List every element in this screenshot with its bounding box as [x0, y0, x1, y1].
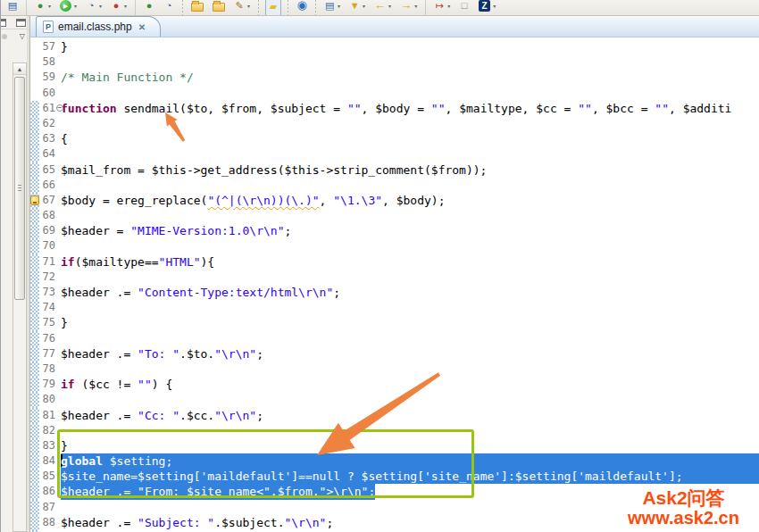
- warning-marker-icon[interactable]: [30, 195, 39, 205]
- line-number: 61: [39, 101, 55, 116]
- dropdown-caret-icon[interactable]: ▾: [99, 3, 102, 9]
- code-line-83[interactable]: 83}: [30, 438, 759, 453]
- code-line-68[interactable]: 68: [30, 208, 759, 223]
- dropdown-caret-icon[interactable]: ▾: [493, 3, 496, 9]
- annotation-ruler-cell: [30, 423, 39, 438]
- dropdown-caret-icon[interactable]: ▾: [447, 3, 450, 9]
- dropdown-caret-icon[interactable]: ▾: [74, 3, 77, 9]
- line-number: 57: [39, 39, 55, 54]
- run-history-button[interactable]: ◔▾: [84, 0, 104, 15]
- code-line-67[interactable]: 67$body = ereg_replace("(^|(\r\n))(\.)",…: [30, 193, 759, 208]
- line-number: 69: [39, 223, 55, 238]
- close-icon[interactable]: ✕: [138, 22, 146, 32]
- tab-email-class-php[interactable]: P email.class.php ✕: [36, 16, 161, 37]
- line-number: 83: [39, 438, 55, 453]
- code-line-75[interactable]: 75}: [30, 315, 759, 330]
- code-line-81[interactable]: 81$header .= "Cc: ".$cc."\r\n";: [30, 408, 759, 423]
- dropdown-caret-icon[interactable]: ▾: [414, 3, 417, 9]
- code-line-58[interactable]: 58: [30, 54, 759, 70]
- code-line-72[interactable]: 72: [30, 270, 759, 285]
- line-number: 82: [39, 423, 55, 438]
- code-line-57[interactable]: 57}: [30, 39, 759, 54]
- new-file-button[interactable]: □: [457, 0, 471, 15]
- code-line-70[interactable]: 70: [30, 238, 759, 254]
- code-line-65[interactable]: 65$mail_from = $this->get_address($this-…: [30, 162, 759, 178]
- external-tools-button[interactable]: ●: [142, 0, 156, 15]
- dropdown-caret-icon[interactable]: ▾: [124, 3, 127, 9]
- forward-button[interactable]: →▾: [398, 0, 419, 15]
- web-browser-button[interactable]: ◉: [295, 0, 309, 15]
- code-line-71[interactable]: 71if($mailtype=="HTML"){: [30, 254, 759, 270]
- dropdown-caret-icon[interactable]: ▾: [48, 3, 51, 9]
- code-line-64[interactable]: 64: [30, 146, 759, 162]
- filter-button[interactable]: ▼▾: [347, 0, 367, 15]
- restore-icon[interactable]: [0, 19, 6, 27]
- toolbar-separator: [182, 0, 183, 16]
- back-button[interactable]: ←▾: [372, 0, 393, 15]
- debug-icon: ●: [35, 0, 46, 12]
- annotation-ruler-cell: [30, 346, 39, 362]
- code-line-74[interactable]: 74: [30, 300, 759, 315]
- filter-icon: ▼: [349, 0, 360, 12]
- tab-title: email.class.php: [58, 21, 132, 33]
- scrollbar-thumb[interactable]: [14, 77, 25, 300]
- code-line-73[interactable]: 73$header .= "Content-Type:text/html\r\n…: [30, 285, 759, 300]
- code-line-78[interactable]: 78: [30, 362, 759, 377]
- line-number: 87: [39, 500, 55, 515]
- code-line-61[interactable]: 61−function sendmail($to, $from, $subjec…: [30, 101, 759, 116]
- view-menu-icon[interactable]: ▽: [20, 33, 25, 40]
- line-number: 63: [39, 131, 55, 146]
- code-text: if ($cc != "") {: [61, 377, 172, 392]
- ide-window: ▤●▾▶▾◔▾●▾●◔✎▾▰◉▤▾▼▾←▾→▾↦▾□Z▾ ▽ ▲ P: [0, 0, 759, 532]
- code-line-60[interactable]: 60: [30, 86, 759, 101]
- code-line-69[interactable]: 69$header = "MIME-Version:1.0\r\n";: [30, 223, 759, 238]
- annotate-button[interactable]: ✎▾: [232, 0, 252, 15]
- dropdown-caret-icon[interactable]: ▾: [247, 3, 250, 9]
- code-text: }: [61, 315, 68, 330]
- fold-ruler-cell: [55, 392, 61, 407]
- scroll-up-icon[interactable]: ▲: [13, 63, 26, 75]
- code-line-82[interactable]: 82: [30, 423, 759, 438]
- vertical-scrollbar[interactable]: ▲: [13, 62, 27, 532]
- line-number: 70: [39, 238, 55, 254]
- dropdown-caret-icon[interactable]: ▾: [338, 3, 340, 9]
- dropdown-caret-icon[interactable]: ▾: [388, 3, 391, 9]
- highlighter-button[interactable]: ▰: [265, 0, 281, 16]
- annotation-ruler-cell: [30, 208, 39, 223]
- fold-ruler-cell: [55, 285, 61, 300]
- code-line-62[interactable]: 62: [30, 116, 759, 131]
- last-edit-location-icon: ↦: [434, 0, 445, 12]
- code-text: $body = ereg_replace("(^|(\r\n))(\.)", "…: [61, 193, 446, 208]
- code-line-85[interactable]: 85$site_name=$setting['maildefault']==nu…: [30, 469, 759, 484]
- code-line-79[interactable]: 79if ($cc != "") {: [30, 377, 759, 392]
- z-tool-button[interactable]: Z▾: [477, 0, 497, 15]
- fold-ruler-cell: [55, 162, 61, 178]
- code-text: $header .= "Subject: ".$subject."\r\n";: [61, 515, 333, 530]
- code-editor[interactable]: 57}5859/* Main Function */6061−function …: [30, 37, 759, 532]
- collapse-icon[interactable]: −: [56, 104, 63, 112]
- annotation-ruler-cell: [30, 54, 39, 70]
- new-wizard-button[interactable]: ▤: [5, 0, 20, 15]
- fold-ruler-cell: [55, 193, 61, 208]
- maximize-icon[interactable]: [16, 19, 26, 27]
- fold-ruler-cell: [55, 300, 61, 315]
- code-line-84[interactable]: 84global $setting;: [30, 453, 759, 469]
- last-edit-location-button[interactable]: ↦▾: [432, 0, 452, 15]
- debug-button[interactable]: ●▾: [33, 0, 53, 15]
- code-line-63[interactable]: 63{: [30, 131, 759, 146]
- run-button[interactable]: ▶▾: [58, 0, 79, 15]
- form-settings-button[interactable]: ▤▾: [322, 0, 342, 15]
- open-folder-button[interactable]: [189, 0, 205, 15]
- profile-button[interactable]: ●▾: [109, 0, 129, 15]
- code-line-76[interactable]: 76: [30, 331, 759, 346]
- code-line-59[interactable]: 59/* Main Function */: [30, 70, 759, 85]
- scheduled-run-button[interactable]: ◔: [162, 0, 176, 15]
- code-line-77[interactable]: 77$header .= "To: ".$to."\r\n";: [30, 346, 759, 362]
- code-line-66[interactable]: 66: [30, 178, 759, 193]
- fold-ruler-cell: [55, 208, 61, 223]
- dropdown-caret-icon[interactable]: ▾: [363, 3, 365, 9]
- annotation-ruler-cell: [30, 223, 39, 238]
- annotation-ruler-cell: [30, 285, 39, 300]
- code-line-80[interactable]: 80: [30, 392, 759, 407]
- import-folder-button[interactable]: [211, 0, 227, 15]
